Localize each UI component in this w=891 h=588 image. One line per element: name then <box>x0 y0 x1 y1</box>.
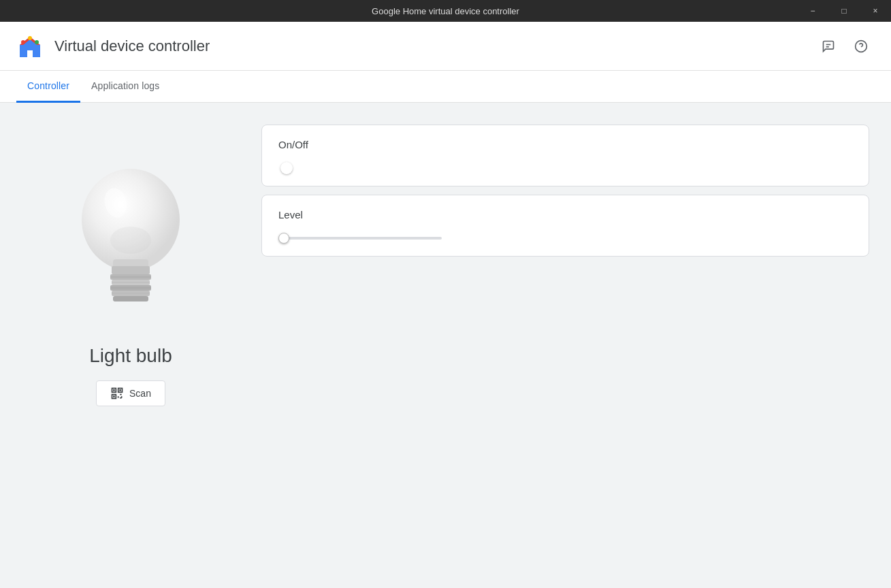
level-label: Level <box>278 209 852 220</box>
light-bulb-image <box>63 159 199 322</box>
title-bar-title: Google Home virtual device controller <box>372 6 519 16</box>
tabs-bar: Controller Application logs <box>0 71 891 103</box>
on-off-label: On/Off <box>278 139 852 150</box>
bulb-image-container <box>46 152 216 329</box>
qr-code-icon <box>110 387 124 400</box>
chat-icon-button[interactable] <box>815 33 842 60</box>
device-name: Light bulb <box>89 345 172 367</box>
scan-button-label: Scan <box>129 388 151 399</box>
svg-rect-12 <box>112 266 150 274</box>
on-off-card: On/Off <box>261 125 869 186</box>
scan-button[interactable]: Scan <box>96 380 165 406</box>
minimize-button[interactable]: − <box>797 0 828 22</box>
svg-rect-2 <box>27 50 33 57</box>
help-icon-button[interactable] <box>847 33 875 60</box>
toggle-thumb <box>280 162 293 174</box>
close-button[interactable]: × <box>860 0 891 22</box>
left-panel: Light bulb Scan <box>22 125 240 566</box>
svg-point-10 <box>82 169 180 271</box>
svg-point-23 <box>110 227 151 254</box>
app-logo <box>16 33 44 60</box>
tab-application-logs[interactable]: Application logs <box>80 71 170 103</box>
header-actions <box>815 33 875 60</box>
app-header: Virtual device controller <box>0 22 891 71</box>
maximize-button[interactable]: □ <box>828 0 860 22</box>
title-bar: Google Home virtual device controller − … <box>0 0 891 22</box>
svg-rect-27 <box>113 389 115 391</box>
svg-rect-28 <box>119 389 121 391</box>
chat-icon <box>822 39 835 53</box>
svg-point-5 <box>35 40 39 44</box>
title-bar-controls: − □ × <box>797 0 891 22</box>
svg-point-4 <box>28 36 32 40</box>
svg-point-3 <box>21 40 25 44</box>
help-icon <box>854 39 868 53</box>
app-title: Virtual device controller <box>54 37 210 55</box>
main-content: Light bulb Scan On/Off <box>0 103 891 588</box>
svg-rect-17 <box>113 296 148 301</box>
level-slider[interactable] <box>278 237 442 240</box>
right-panel: On/Off Level <box>261 125 869 566</box>
level-card: Level <box>261 195 869 257</box>
svg-rect-29 <box>113 395 115 397</box>
tab-controller[interactable]: Controller <box>16 71 80 103</box>
